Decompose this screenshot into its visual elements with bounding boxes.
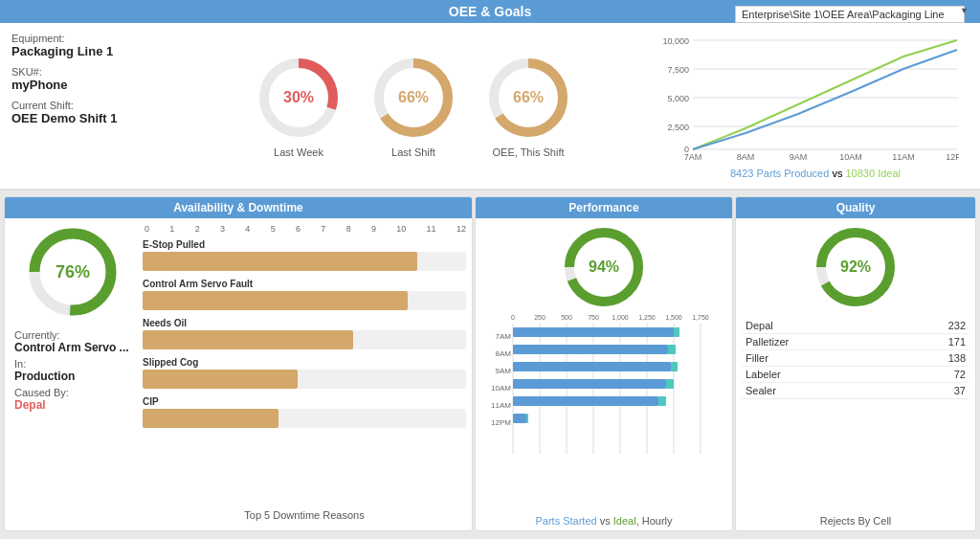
quality-gauge-value: 92% <box>840 258 871 276</box>
svg-text:9AM: 9AM <box>496 367 512 375</box>
bar-fill <box>143 370 298 389</box>
gauge-last-shift: 66% Last Shift <box>370 55 457 158</box>
svg-rect-47 <box>668 345 676 354</box>
svg-text:12PM: 12PM <box>946 152 959 162</box>
downtime-bar-row: CIP <box>143 396 466 428</box>
performance-header: Performance <box>476 197 732 218</box>
svg-rect-53 <box>666 379 674 389</box>
svg-rect-44 <box>674 327 679 337</box>
page-header: OEE & Goals Enterprise\Site 1\OEE Area\P… <box>0 0 980 23</box>
legend-ideal: 10830 Ideal <box>845 168 901 179</box>
bar-track <box>143 330 466 349</box>
svg-text:11AM: 11AM <box>491 401 511 410</box>
svg-text:250: 250 <box>534 314 546 321</box>
legend-parts: 8423 Parts Produced <box>730 168 829 179</box>
bar-label: Control Arm Servo Fault <box>143 279 466 289</box>
donut-last-shift: 66% <box>370 55 457 141</box>
svg-text:12PM: 12PM <box>491 418 511 427</box>
top-section: Equipment: Packaging Line 1 SKU#: myPhon… <box>0 23 980 191</box>
shift-value: OEE Demo Shift 1 <box>11 111 165 125</box>
svg-text:7,500: 7,500 <box>667 65 689 75</box>
reject-count: 37 <box>894 383 969 399</box>
currently-label: Currently: <box>14 329 135 341</box>
shift-label: Current Shift: <box>11 100 165 111</box>
donut-oee-shift: 66% <box>485 55 571 141</box>
line-chart-area: 10,000 7,500 5,000 2,500 0 7AM 8AM 9AM <box>662 33 969 179</box>
svg-text:750: 750 <box>588 314 599 321</box>
line-chart-legend: 8423 Parts Produced vs 10830 Ideal <box>662 168 969 179</box>
in-value: Production <box>14 370 135 383</box>
caused-label: Caused By: <box>14 387 135 398</box>
gauge-oee-shift-label: OEE, This Shift <box>493 146 565 158</box>
svg-text:8AM: 8AM <box>496 349 512 358</box>
quality-gauge: 92% <box>813 224 899 310</box>
reject-name: Labeler <box>742 367 894 383</box>
svg-rect-52 <box>513 379 666 389</box>
perf-footer-hourly: , Hourly <box>636 515 673 527</box>
currently-value: Control Arm Servo ... <box>14 341 135 354</box>
svg-rect-59 <box>526 414 528 423</box>
svg-text:1,000: 1,000 <box>612 314 629 321</box>
svg-text:1,750: 1,750 <box>692 314 709 321</box>
svg-text:11AM: 11AM <box>892 152 915 162</box>
gauge-last-shift-label: Last Shift <box>391 146 435 158</box>
reject-name: Filler <box>742 350 894 367</box>
performance-content: 94% 0 250 500 750 1,000 1,250 1,500 1,75… <box>476 218 732 511</box>
bar-label: E-Stop Pulled <box>143 239 466 250</box>
equipment-name: Packaging Line 1 <box>11 44 165 58</box>
reject-count: 232 <box>894 318 969 334</box>
quality-rejects-table: Depal 232 Palletizer 171 Filler 138 Labe… <box>742 318 969 399</box>
bar-chart-footer: Top 5 Downtime Reasons <box>143 505 466 525</box>
reject-count: 138 <box>894 350 969 367</box>
availability-gauge: 76% <box>25 224 121 320</box>
svg-rect-49 <box>513 362 671 371</box>
perf-footer-parts: Parts Started <box>535 515 596 527</box>
svg-rect-43 <box>513 327 674 337</box>
bar-label: Slipped Cog <box>143 357 466 368</box>
svg-text:7AM: 7AM <box>684 152 702 162</box>
sku-value: myPhone <box>11 78 165 92</box>
location-dropdown[interactable]: Enterprise\Site 1\OEE Area\Packaging Lin… <box>735 6 965 23</box>
svg-text:9AM: 9AM <box>790 152 808 162</box>
svg-text:500: 500 <box>561 314 572 321</box>
bar-track <box>143 409 466 428</box>
gauge-last-shift-value: 66% <box>398 89 429 106</box>
downtime-bar-row: Needs Oil <box>143 318 466 349</box>
downtime-bar-row: Slipped Cog <box>143 357 466 389</box>
gauge-last-week-label: Last Week <box>274 146 323 158</box>
svg-text:7AM: 7AM <box>496 332 512 341</box>
availability-gauge-value: 76% <box>56 262 90 282</box>
legend-vs: vs <box>832 168 845 179</box>
quality-content: 92% Depal 232 Palletizer 171 Filler 138 … <box>736 218 975 511</box>
quality-panel: Quality 92% Depal 232 Palletizer 171 Fil… <box>735 196 976 531</box>
svg-text:1,250: 1,250 <box>638 314 656 321</box>
gauge-last-week: 30% Last Week <box>256 55 342 158</box>
equipment-label: Equipment: <box>11 33 165 44</box>
perf-chart-area: 0 250 500 750 1,000 1,250 1,500 1,750 <box>481 310 726 511</box>
bar-chart-area: 0 1 2 3 4 5 6 7 8 9 10 11 12 E-Stop Pu <box>143 224 466 525</box>
performance-panel: Performance 94% 0 250 500 750 1,000 <box>475 196 733 531</box>
svg-text:0: 0 <box>511 314 515 321</box>
reject-name: Sealer <box>742 383 894 399</box>
svg-rect-55 <box>513 396 658 406</box>
svg-rect-58 <box>513 414 526 423</box>
availability-header: Availability & Downtime <box>5 197 472 218</box>
donut-last-week: 30% <box>256 55 342 141</box>
bar-fill <box>143 252 417 271</box>
quality-header: Quality <box>736 197 975 218</box>
gauge-oee-shift: 66% OEE, This Shift <box>485 55 571 158</box>
sku-label: SKU#: <box>11 66 165 78</box>
bar-fill <box>143 291 408 310</box>
quality-table-row: Filler 138 <box>742 350 969 367</box>
svg-text:8AM: 8AM <box>737 152 755 162</box>
availability-panel: Availability & Downtime 76% Currently: C… <box>4 196 473 531</box>
reject-name: Depal <box>742 318 894 334</box>
svg-rect-50 <box>671 362 678 371</box>
svg-text:5,000: 5,000 <box>667 94 689 103</box>
bar-label: Needs Oil <box>143 318 466 328</box>
line-chart-svg-wrap: 10,000 7,500 5,000 2,500 0 7AM 8AM 9AM <box>662 33 969 166</box>
availability-content: 76% Currently: Control Arm Servo ... In:… <box>5 218 472 530</box>
downtime-bar-row: Control Arm Servo Fault <box>143 279 466 310</box>
performance-gauge: 94% <box>561 224 647 310</box>
equipment-info: Equipment: Packaging Line 1 SKU#: myPhon… <box>11 33 165 179</box>
